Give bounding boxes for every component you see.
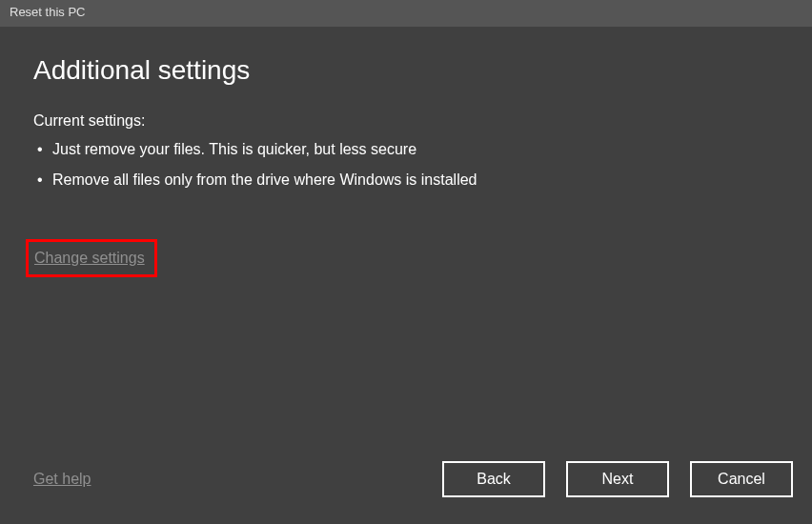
titlebar: Reset this PC: [0, 0, 812, 27]
window-title: Reset this PC: [10, 5, 85, 19]
list-item: Just remove your files. This is quicker,…: [37, 141, 779, 158]
footer: Get help Back Next Cancel: [33, 461, 793, 497]
cancel-button[interactable]: Cancel: [690, 461, 793, 497]
settings-list: Just remove your files. This is quicker,…: [37, 141, 779, 189]
back-button[interactable]: Back: [442, 461, 545, 497]
current-settings-label: Current settings:: [33, 112, 779, 130]
page-heading: Additional settings: [33, 55, 779, 86]
get-help-link[interactable]: Get help: [33, 471, 91, 488]
button-row: Back Next Cancel: [442, 461, 793, 497]
dialog-content: Additional settings Current settings: Ju…: [0, 27, 812, 524]
highlight-box: Change settings: [26, 239, 157, 277]
next-button[interactable]: Next: [566, 461, 669, 497]
change-settings-link[interactable]: Change settings: [34, 250, 145, 266]
list-item: Remove all files only from the drive whe…: [37, 171, 779, 189]
